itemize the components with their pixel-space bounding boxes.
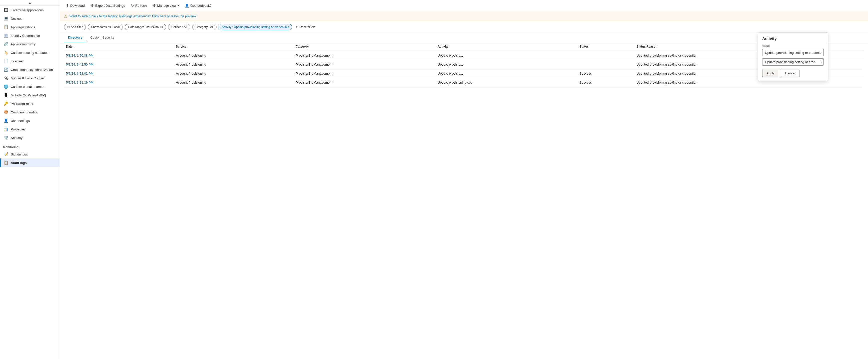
date-sort-icon: ↓ xyxy=(74,45,75,48)
password-reset-label: Password reset xyxy=(11,102,33,106)
sign-in-logs-label: Sign-in logs xyxy=(11,153,28,156)
export-data-settings-button[interactable]: ⚙ Export Data Settings xyxy=(89,2,127,8)
category-filter[interactable]: Category : All xyxy=(192,24,217,30)
table-row[interactable]: 5/7/24, 3:11:39 PM Account Provisioning … xyxy=(64,78,864,87)
cell-category-0: ProvisioningManagement xyxy=(293,51,436,60)
tab-custom-security[interactable]: Custom Security xyxy=(86,33,118,42)
custom-security-attributes-icon: 🏷️ xyxy=(4,50,8,55)
refresh-icon: ↻ xyxy=(131,3,134,7)
sidebar-item-enterprise-applications[interactable]: 🔲 Enterprise applications xyxy=(0,6,60,14)
sidebar-item-microsoft-entra-connect[interactable]: 🔌 Microsoft Entra Connect xyxy=(0,74,60,82)
sidebar-item-application-proxy[interactable]: 🔗 Application proxy xyxy=(0,40,60,48)
enterprise-applications-icon: 🔲 xyxy=(4,8,8,12)
download-button[interactable]: ⬇ Download xyxy=(64,2,87,8)
add-filter-button[interactable]: ⧁ Add filter xyxy=(64,24,86,30)
activity-value-input[interactable] xyxy=(762,49,824,56)
cell-date-2[interactable]: 5/7/24, 3:12:02 PM xyxy=(64,69,174,78)
sidebar-item-devices[interactable]: 💻 Devices xyxy=(0,14,60,23)
app-registrations-icon: 📋 xyxy=(4,25,8,29)
cell-status-2: Success xyxy=(578,69,634,78)
sidebar-item-properties[interactable]: 📊 Properties xyxy=(0,125,60,133)
sidebar-item-company-branding[interactable]: 🎨 Company branding xyxy=(0,108,60,116)
custom-domain-names-label: Custom domain names xyxy=(11,85,44,89)
application-proxy-icon: 🔗 xyxy=(4,42,8,46)
popup-value-label: Value xyxy=(762,44,824,48)
licenses-label: Licenses xyxy=(11,59,24,63)
activity-filter[interactable]: Activity : Update provisioning setting o… xyxy=(219,24,292,30)
cell-activity-2: Update provisio... xyxy=(436,69,578,78)
sidebar-item-sign-in-logs[interactable]: 📝 Sign-in logs xyxy=(0,150,60,159)
date-range-filter[interactable]: Date range: Last 24 hours xyxy=(125,24,166,30)
toolbar: ⬇ Download ⚙ Export Data Settings ↻ Refr… xyxy=(60,0,868,11)
sidebar-item-app-registrations[interactable]: 📋 App registrations xyxy=(0,23,60,31)
devices-icon: 💻 xyxy=(4,16,8,21)
cell-category-1: ProvisioningManagement xyxy=(293,60,436,69)
custom-security-attributes-label: Custom security attributes xyxy=(11,51,48,55)
activity-popup: Activity Value Update provisioning setti… xyxy=(758,32,828,81)
properties-label: Properties xyxy=(11,128,26,131)
category-label: Category : All xyxy=(195,25,213,29)
mobility-mdm-icon: 📱 xyxy=(4,93,8,98)
cell-category-2: ProvisioningManagement xyxy=(293,69,436,78)
activity-select-wrapper: Update provisioning setting or credentia… xyxy=(762,58,824,65)
cell-status-reason-1: Updated provisioning setting or credenti… xyxy=(634,60,864,69)
identity-governance-label: Identity Governance xyxy=(11,34,40,37)
column-status: Status xyxy=(578,42,634,51)
cell-service-2: Account Provisioning xyxy=(174,69,293,78)
cell-service-3: Account Provisioning xyxy=(174,78,293,87)
sidebar-item-identity-governance[interactable]: 🏛️ Identity Governance xyxy=(0,31,60,40)
cell-status-3: Success xyxy=(578,78,634,87)
sidebar-item-licenses[interactable]: 📄 Licenses xyxy=(0,57,60,65)
service-label: Service : All xyxy=(171,25,187,29)
refresh-button[interactable]: ↻ Refresh xyxy=(129,2,149,8)
cross-tenant-synchronization-icon: 🔄 xyxy=(4,67,8,72)
feedback-button[interactable]: 👤 Got feedback? xyxy=(183,2,214,8)
column-activity: Activity xyxy=(436,42,578,51)
cell-date-3[interactable]: 5/7/24, 3:11:39 PM xyxy=(64,78,174,87)
sidebar-item-custom-domain-names[interactable]: 🌐 Custom domain names xyxy=(0,82,60,91)
show-dates-label: Show dates as: Local xyxy=(91,25,120,29)
table-row[interactable]: 5/8/24, 1:20:38 PM Account Provisioning … xyxy=(64,51,864,60)
reset-filters-button[interactable]: ⧁ Reset filters xyxy=(294,24,317,30)
enterprise-applications-label: Enterprise applications xyxy=(11,8,44,12)
table-row[interactable]: 5/7/24, 3:12:02 PM Account Provisioning … xyxy=(64,69,864,78)
sidebar-item-cross-tenant-synchronization[interactable]: 🔄 Cross-tenant synchronization xyxy=(0,65,60,74)
cell-activity-1: Update provisio... xyxy=(436,60,578,69)
manage-view-button[interactable]: ⚙ Manage view ▾ xyxy=(151,2,181,8)
sidebar: ▲ 🔲 Enterprise applications 💻 Devices 📋 … xyxy=(0,0,60,359)
cell-date-0[interactable]: 5/8/24, 1:20:38 PM xyxy=(64,51,174,60)
sidebar-item-security[interactable]: 🛡️ Security xyxy=(0,133,60,142)
app-registrations-label: App registrations xyxy=(11,25,35,29)
cell-service-0: Account Provisioning xyxy=(174,51,293,60)
cell-status-reason-2: Updated provisioning setting or credenti… xyxy=(634,69,864,78)
service-filter[interactable]: Service : All xyxy=(168,24,190,30)
company-branding-icon: 🎨 xyxy=(4,110,8,114)
sidebar-item-audit-logs[interactable]: 📋 Audit logs xyxy=(0,159,60,167)
mobility-mdm-label: Mobility (MDM and WIP) xyxy=(11,93,46,97)
monitoring-section-label: Monitoring xyxy=(0,142,60,150)
cell-status-0 xyxy=(578,51,634,60)
sidebar-item-password-reset[interactable]: 🔑 Password reset xyxy=(0,100,60,108)
audit-logs-table-container: Date ↓ Service Category Activity Status xyxy=(60,42,868,359)
sidebar-item-user-settings[interactable]: 👤 User settings xyxy=(0,116,60,125)
cell-activity-3: Update provisioning set... xyxy=(436,78,578,87)
date-range-label: Date range: Last 24 hours xyxy=(128,25,163,29)
sidebar-item-mobility-mdm[interactable]: 📱 Mobility (MDM and WIP) xyxy=(0,91,60,100)
manage-view-chevron-icon: ▾ xyxy=(178,4,179,7)
sidebar-scroll-up-button[interactable]: ▲ xyxy=(29,1,32,4)
sidebar-item-custom-security-attributes[interactable]: 🏷️ Custom security attributes xyxy=(0,48,60,57)
notice-text[interactable]: Want to switch back to the legacy audit … xyxy=(69,14,197,18)
activity-select[interactable]: Update provisioning setting or credentia… xyxy=(762,58,824,65)
popup-title: Activity xyxy=(762,36,824,41)
cell-date-1[interactable]: 5/7/24, 3:42:50 PM xyxy=(64,60,174,69)
sign-in-logs-icon: 📝 xyxy=(4,152,8,157)
table-header-row: Date ↓ Service Category Activity Status xyxy=(64,42,864,51)
column-date[interactable]: Date ↓ xyxy=(64,42,174,51)
show-dates-filter[interactable]: Show dates as: Local xyxy=(88,24,123,30)
cancel-button[interactable]: Cancel xyxy=(781,70,800,77)
activity-label: Activity : Update provisioning setting o… xyxy=(222,25,289,29)
tab-directory[interactable]: Directory xyxy=(64,33,86,42)
table-row[interactable]: 5/7/24, 3:42:50 PM Account Provisioning … xyxy=(64,60,864,69)
notice-bar: ⚠ Want to switch back to the legacy audi… xyxy=(60,11,868,21)
apply-button[interactable]: Apply xyxy=(762,70,779,77)
